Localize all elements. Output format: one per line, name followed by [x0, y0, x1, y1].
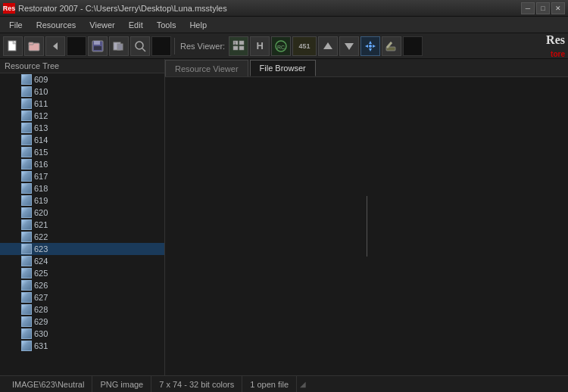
tree-item[interactable]: 631	[0, 340, 164, 352]
tabs-bar: Resource Viewer File Browser	[165, 59, 568, 77]
tree-item-icon	[21, 123, 32, 133]
back-button[interactable]	[45, 36, 65, 56]
tree-item-label: 622	[34, 232, 48, 241]
tree-item-icon	[21, 147, 32, 157]
tree-item-label: 612	[34, 111, 48, 120]
tree-item-icon	[21, 341, 32, 351]
tree-item[interactable]: 628	[0, 303, 164, 316]
black-btn-2[interactable]	[151, 36, 171, 56]
tree-item-icon	[21, 328, 32, 339]
title-text: Restorator 2007 - C:\Users\Jerry\Desktop…	[18, 4, 227, 13]
menu-resources[interactable]: Resources	[30, 17, 83, 33]
svg-rect-9	[117, 44, 123, 50]
open-button[interactable]	[24, 36, 44, 56]
maximize-button[interactable]: □	[536, 2, 550, 14]
tree-item-icon	[21, 304, 32, 315]
tree-item-icon	[21, 135, 32, 145]
scroll-down-button[interactable]	[339, 36, 359, 56]
tab-resource-viewer[interactable]: Resource Viewer	[165, 60, 248, 76]
tree-item[interactable]: 625	[0, 267, 164, 279]
svg-line-11	[142, 48, 145, 51]
tree-item-label: 627	[34, 293, 48, 302]
status-bar: IMAGE\623\Neutral PNG image 7 x 74 - 32 …	[0, 375, 568, 392]
tab-file-browser[interactable]: File Browser	[250, 60, 316, 76]
menu-file[interactable]: File	[3, 17, 29, 33]
svg-rect-7	[94, 46, 101, 50]
tree-item[interactable]: 624	[0, 255, 164, 267]
tree-item[interactable]: 629	[0, 316, 164, 328]
svg-rect-0	[8, 41, 16, 51]
tree-item[interactable]: 622	[0, 231, 164, 243]
scroll-up-button[interactable]	[318, 36, 338, 56]
tree-item[interactable]: 618	[0, 182, 164, 194]
toolbar-separator-1	[174, 38, 175, 54]
tree-item[interactable]: 616	[0, 158, 164, 170]
tree-item[interactable]: 630	[0, 328, 164, 340]
tree-item[interactable]: 614	[0, 134, 164, 146]
tree-item[interactable]: 613	[0, 122, 164, 134]
grid-view-button[interactable]: 1	[229, 36, 248, 56]
svg-marker-24	[373, 45, 376, 48]
resource-tree-panel: Resource Tree 60961061161261361461561661…	[0, 59, 165, 375]
h-button[interactable]: H	[250, 36, 270, 56]
tree-item-label: 630	[34, 329, 48, 338]
tree-item[interactable]: 612	[0, 110, 164, 122]
move-button[interactable]	[360, 36, 380, 56]
tree-item[interactable]: 609	[0, 73, 164, 86]
save-button[interactable]	[88, 36, 108, 56]
tree-item-label: 615	[34, 148, 48, 157]
tree-item-label: 623	[34, 244, 48, 254]
tree-item[interactable]: 615	[0, 146, 164, 158]
tree-item[interactable]: 627	[0, 291, 164, 303]
num-button[interactable]: 451	[292, 36, 317, 56]
tree-item-label: 625	[34, 269, 48, 278]
tree-item-icon	[21, 207, 32, 218]
right-panel: Resource Viewer File Browser	[165, 59, 568, 375]
tree-item-icon	[21, 316, 32, 327]
tree-item-label: 610	[34, 87, 48, 96]
main-content: Resource Tree 60961061161261361461561661…	[0, 59, 568, 375]
tree-item[interactable]: 611	[0, 98, 164, 110]
tree-item[interactable]: 617	[0, 170, 164, 182]
tree-item-icon	[21, 195, 32, 206]
menu-viewer[interactable]: Viewer	[83, 17, 120, 33]
export-button[interactable]	[109, 36, 129, 56]
tree-item-label: 621	[34, 220, 48, 229]
viewer-area	[165, 77, 568, 375]
tree-item[interactable]: 619	[0, 194, 164, 207]
app-logo: Res tore	[546, 33, 565, 58]
tree-item-icon	[21, 219, 32, 230]
pencil-button[interactable]	[382, 36, 401, 56]
minimize-button[interactable]: ─	[521, 2, 535, 14]
black-btn-3[interactable]	[403, 36, 423, 56]
svg-marker-19	[323, 42, 332, 49]
tree-item[interactable]: 621	[0, 219, 164, 231]
svg-text:RC: RC	[277, 45, 285, 50]
tree-item-label: 614	[34, 135, 48, 145]
new-button[interactable]	[3, 36, 23, 56]
toolbar: Res Viewer: 1 H RC 451	[0, 33, 568, 59]
tree-item-icon	[21, 183, 32, 194]
close-button[interactable]: ✕	[551, 2, 565, 14]
title-controls: ─ □ ✕	[521, 2, 565, 14]
tree-item-label: 624	[34, 257, 48, 266]
resource-tree-header: Resource Tree	[0, 59, 164, 73]
tree-item[interactable]: 623	[0, 243, 164, 255]
svg-marker-4	[53, 42, 58, 50]
tree-item-icon	[21, 86, 32, 97]
svg-marker-23	[365, 45, 368, 48]
menu-edit[interactable]: Edit	[123, 17, 149, 33]
tree-item-icon	[21, 171, 32, 182]
rc-button[interactable]: RC	[271, 36, 291, 56]
zoom-button[interactable]	[130, 36, 150, 56]
tree-item[interactable]: 626	[0, 279, 164, 291]
tree-item[interactable]: 620	[0, 207, 164, 219]
tree-content[interactable]: 6096106116126136146156166176186196206216…	[0, 73, 164, 375]
black-btn-1[interactable]	[67, 36, 86, 56]
tree-item-label: 626	[34, 281, 48, 290]
menu-help[interactable]: Help	[183, 17, 213, 33]
title-left: Res Restorator 2007 - C:\Users\Jerry\Des…	[3, 3, 227, 14]
tree-item[interactable]: 610	[0, 86, 164, 98]
menu-tools[interactable]: Tools	[151, 17, 183, 33]
svg-rect-15	[239, 46, 244, 50]
